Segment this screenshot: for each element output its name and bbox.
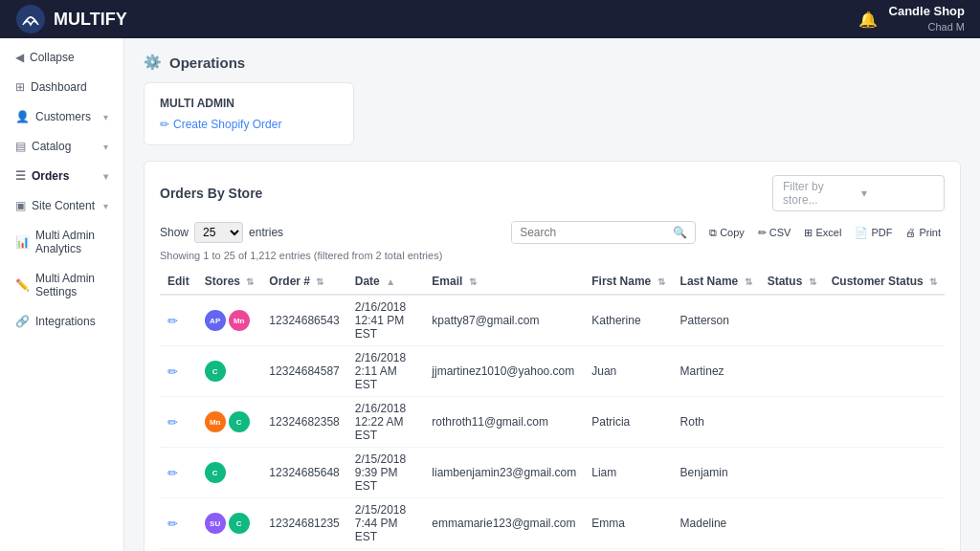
customers-icon: 👤	[15, 110, 30, 123]
sidebar-item-label: Integrations	[35, 315, 96, 328]
col-email[interactable]: Email ⇅	[424, 269, 584, 295]
excel-button[interactable]: ⊞ Excel	[800, 225, 845, 241]
col-cust-status[interactable]: Customer Status ⇅	[824, 269, 945, 295]
stores-cell: SUC	[197, 498, 262, 549]
orders-icon: ☰	[15, 169, 26, 183]
orders-section: Orders By Store Filter by store... ▾ Sho…	[144, 161, 961, 551]
orderNum-cell: 12324682358	[261, 397, 346, 448]
store-badge: C	[205, 361, 226, 382]
table-row: ✏C123246845872/16/2018 2:11 AM ESTjjmart…	[160, 346, 945, 397]
bell-icon[interactable]: 🔔	[858, 11, 878, 29]
pencil-icon: ✏	[160, 118, 169, 131]
stores-cell: MnC	[197, 397, 262, 448]
store-user: Chad M	[889, 20, 965, 33]
firstName-cell: Patricia	[584, 397, 672, 448]
main-content: ⚙️ Operations MULTI ADMIN ✏ Create Shopi…	[124, 38, 980, 551]
date-cell: 2/15/2018 7:44 PM EST	[347, 498, 425, 549]
table-row: ✏C123246856482/15/2018 9:39 PM ESTliambe…	[160, 448, 945, 498]
date-cell: 2/16/2018 12:22 AM EST	[347, 397, 425, 448]
entries-label: entries	[249, 226, 283, 239]
firstName-cell: Emma	[584, 498, 672, 549]
status-cell	[760, 295, 824, 346]
store-badge: Mn	[229, 310, 250, 331]
col-stores[interactable]: Stores ⇅	[197, 269, 262, 295]
table-row: ✏MnC123246823582/16/2018 12:22 AM ESTrot…	[160, 397, 945, 448]
table-controls: Show 25 50 100 entries 🔍 ⧉ Copy	[160, 221, 945, 244]
custStatus-cell	[824, 397, 945, 448]
edit-icon[interactable]: ✏	[167, 314, 178, 328]
print-icon: 🖨	[905, 227, 916, 238]
edit-icon[interactable]: ✏	[167, 364, 178, 379]
sidebar-item-label: Multi Admin Settings	[35, 272, 108, 298]
sidebar-item-label: Catalog	[32, 140, 71, 153]
lastName-cell: Madeline	[673, 498, 760, 549]
edit-icon[interactable]: ✏	[167, 466, 178, 480]
status-cell	[760, 346, 824, 397]
store-info: Candle Shop Chad M	[889, 4, 965, 33]
status-cell	[760, 448, 824, 498]
date-cell: 2/15/2018 9:39 PM EST	[347, 448, 425, 498]
table-row: ✏APMn123246865432/16/2018 12:41 PM ESTkp…	[160, 295, 945, 346]
status-cell	[760, 397, 824, 448]
search-button[interactable]: 🔍	[665, 222, 695, 243]
col-order[interactable]: Order # ⇅	[261, 269, 346, 295]
chevron-down-icon: ▾	[103, 171, 108, 182]
status-cell	[760, 498, 824, 549]
sidebar-item-analytics[interactable]: 📊 Multi Admin Analytics	[4, 221, 120, 263]
custStatus-cell	[824, 346, 945, 397]
edit-icon[interactable]: ✏	[167, 415, 178, 430]
col-status[interactable]: Status ⇅	[760, 269, 824, 295]
edit-cell[interactable]: ✏	[160, 498, 197, 549]
excel-icon: ⊞	[804, 227, 813, 239]
custStatus-cell	[824, 295, 945, 346]
sidebar-item-label: Site Content	[32, 199, 95, 212]
edit-cell[interactable]: ✏	[160, 346, 197, 397]
csv-button[interactable]: ✏ CSV	[754, 225, 795, 241]
col-firstname[interactable]: First Name ⇅	[584, 269, 672, 295]
edit-cell[interactable]: ✏	[160, 295, 197, 346]
lastName-cell: Benjamin	[673, 448, 760, 498]
table-row: ✏SUC123246812352/15/2018 7:44 PM ESTemma…	[160, 498, 945, 549]
pdf-button[interactable]: 📄 PDF	[851, 225, 896, 241]
sidebar-item-dashboard[interactable]: ⊞ Dashboard	[4, 73, 120, 101]
orders-title: Orders By Store	[160, 186, 262, 201]
svg-point-0	[16, 5, 45, 33]
search-input[interactable]	[512, 222, 665, 243]
sidebar: ◀ Collapse ⊞ Dashboard 👤 Customers ▾ ▤ C…	[0, 38, 124, 551]
store-badge: SU	[205, 513, 226, 534]
pdf-icon: 📄	[855, 227, 868, 239]
gear-icon: ⚙️	[144, 54, 162, 71]
sidebar-item-site-content[interactable]: ▣ Site Content ▾	[4, 191, 120, 220]
filter-placeholder: Filter by store...	[783, 180, 856, 207]
col-date[interactable]: Date ▲	[347, 269, 425, 295]
show-entries: Show 25 50 100 entries	[160, 222, 283, 243]
edit-icon[interactable]: ✏	[167, 517, 178, 531]
showing-text: Showing 1 to 25 of 1,212 entries (filter…	[160, 250, 945, 261]
sidebar-item-integrations[interactable]: 🔗 Integrations	[4, 307, 120, 336]
sidebar-item-collapse[interactable]: ◀ Collapse	[4, 43, 120, 72]
copy-button[interactable]: ⧉ Copy	[705, 225, 748, 241]
sidebar-item-settings[interactable]: ✏️ Multi Admin Settings	[4, 264, 120, 306]
store-badge: C	[229, 513, 250, 534]
col-edit: Edit	[160, 269, 197, 295]
filter-store-dropdown[interactable]: Filter by store... ▾	[772, 175, 945, 211]
custStatus-cell	[824, 498, 945, 549]
sidebar-item-catalog[interactable]: ▤ Catalog ▾	[4, 132, 120, 161]
chevron-down-icon: ▾	[103, 142, 108, 152]
settings-icon: ✏️	[15, 278, 30, 292]
create-order-link[interactable]: ✏ Create Shopify Order	[160, 118, 338, 131]
date-cell: 2/16/2018 2:11 AM EST	[347, 346, 425, 397]
orderNum-cell: 12324685648	[261, 448, 346, 498]
integrations-icon: 🔗	[15, 315, 30, 328]
sidebar-item-customers[interactable]: 👤 Customers ▾	[4, 102, 120, 131]
col-lastname[interactable]: Last Name ⇅	[673, 269, 760, 295]
print-button[interactable]: 🖨 Print	[902, 225, 945, 240]
top-nav-right: 🔔 Candle Shop Chad M	[858, 4, 965, 33]
edit-cell[interactable]: ✏	[160, 397, 197, 448]
sidebar-item-orders[interactable]: ☰ Orders ▾	[4, 162, 120, 190]
sidebar-item-label: Collapse	[30, 51, 75, 64]
logo-icon	[15, 4, 46, 34]
edit-cell[interactable]: ✏	[160, 448, 197, 498]
email-cell: jjmartinez1010@yahoo.com	[424, 346, 584, 397]
entries-select[interactable]: 25 50 100	[194, 222, 243, 243]
